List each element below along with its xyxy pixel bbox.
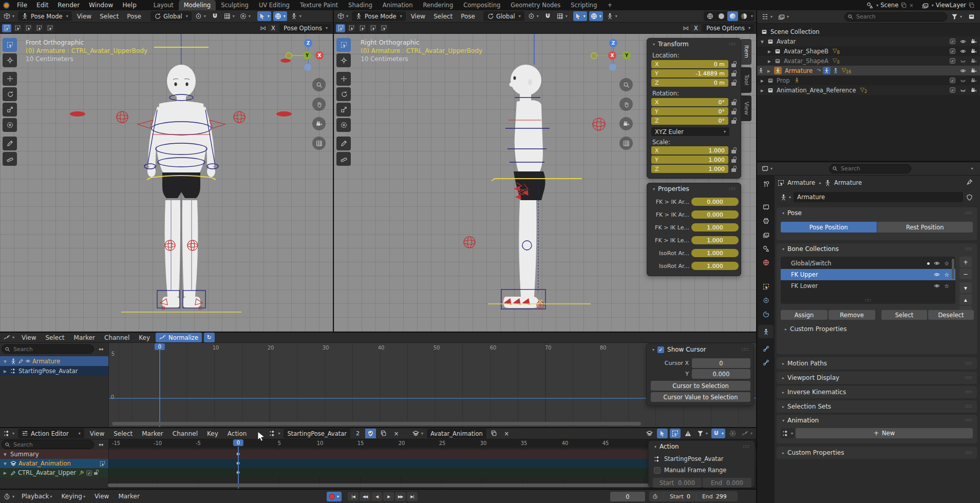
dope-channel-action[interactable]: ▾ Avatar_Animation [0,459,108,468]
dope-search-input[interactable] [2,440,94,449]
lock-icon[interactable] [729,70,738,76]
view-layer-selector[interactable]: ▾ ViewLayer [922,2,975,9]
xray-toggle[interactable]: ▾ [605,11,619,21]
duplicate-action-button[interactable] [378,429,389,438]
start-value[interactable]: 0 [687,493,690,500]
cursor-x-field[interactable]: 0 [692,358,750,368]
scene-selector[interactable]: ▾ Scene × [866,2,913,9]
move-tool[interactable] [336,72,351,86]
outliner-row-prop[interactable]: ▸Prop ✓ [757,75,980,85]
tab-view-layer-icon[interactable] [763,231,769,238]
show-overlays-toggle[interactable]: ▾ [589,11,603,21]
gizmo-z-axis[interactable]: Z [609,39,617,47]
select-menu[interactable]: Select [97,10,122,22]
dope-mode-dropdown[interactable]: Action Editor▾ [18,429,84,438]
fake-user-shield-toggle[interactable] [365,429,376,438]
tab-object-data-icon-active[interactable] [758,325,774,338]
graph-select-menu[interactable]: Select [42,333,68,342]
keying-menu[interactable]: Keying▾ [58,490,89,503]
lock-icon[interactable] [729,157,738,163]
channel-filter-expand[interactable]: ↔ [96,440,106,449]
workspace-tab-geometry-nodes[interactable]: Geometry Nodes [505,0,566,10]
scale-z-field[interactable]: Z1.000 [651,165,728,173]
disable-render-icon[interactable] [971,48,977,54]
lock-icon[interactable] [729,118,738,124]
outliner-row-avatar-shapeb[interactable]: ▸Avatar_ShapeB ▽8 ✓ [757,46,980,56]
manual-frame-range-checkbox[interactable] [654,467,661,474]
exclude-checkbox[interactable]: ✓ [950,87,955,93]
snap-settings[interactable]: ▾ [222,11,236,21]
select-box-tool[interactable] [3,38,17,52]
workspace-tab-sculpting[interactable]: Sculpting [216,0,254,10]
armature-data-icon[interactable] [833,68,839,74]
assign-button[interactable]: Assign [781,310,827,320]
outliner-display-mode[interactable]: ▾ [777,12,790,22]
xray-toggle[interactable]: ▾ [289,11,303,21]
gizmo-x-neg-axis[interactable] [591,52,597,59]
tab-world-icon[interactable] [763,259,769,266]
only-selected-toggle[interactable] [657,429,668,438]
collection-solo-icon[interactable]: ☆ [944,260,949,267]
pose-mode-icon[interactable] [823,67,831,74]
show-cursor-checkbox[interactable]: ✓ [657,346,664,353]
select-mode-invert[interactable] [368,24,378,32]
hide-eye-icon[interactable] [960,38,966,45]
workspace-tab-modeling[interactable]: Modeling [179,0,216,10]
sidebar-tab-item[interactable]: Item [741,39,751,65]
cursor-to-selection-button[interactable]: Cursor to Selection [651,381,750,391]
graph-editor-body[interactable]: 10 20 30 40 50 60 70 80 5 0 0 ↔ ▾ Armatu… [0,343,756,427]
outliner-row-animation-area-reference[interactable]: ▸Animation_Area_Reference ▽2 ✓ [757,85,980,95]
pivot-point-button[interactable]: ▾ [526,11,540,21]
outliner-row-avatar[interactable]: ▾Avatar ✓ [757,36,980,46]
fk-ik-arm-slider[interactable]: 0.000 [691,210,739,219]
remove-collection-button[interactable]: − [959,268,972,279]
collection-row-fk-upper[interactable]: FK Upper ☆ [781,269,955,280]
new-collection-button[interactable] [966,12,977,22]
editor-type-timeline[interactable]: ▾ [2,492,16,501]
measure-tool[interactable] [336,152,351,166]
show-errors-toggle[interactable] [683,429,693,438]
pivot-point-button[interactable]: ▾ [194,11,208,21]
select-mode-new[interactable] [336,24,345,32]
location-z-field[interactable]: Z0 m [651,79,728,87]
transform-orientation[interactable]: Global▾ [483,11,524,21]
workspace-tab-shading[interactable]: Shading [343,0,378,10]
move-collection-up-button[interactable]: ▴ [959,294,972,305]
select-button[interactable]: Select [881,310,927,320]
previous-keyframe-button[interactable]: ◀◀ [360,492,370,501]
lock-icon[interactable] [729,166,738,172]
remove-button[interactable]: Remove [828,310,875,320]
transform-tool[interactable] [3,118,17,132]
channel-filter-expand[interactable]: ↔ [96,344,106,354]
shading-wireframe[interactable] [705,11,715,21]
mode-selector[interactable]: Pose Mode▾ [352,11,406,21]
collection-visible-icon[interactable] [934,272,940,278]
select-box-tool[interactable] [336,38,351,52]
gizmo-x-axis[interactable]: X [315,51,324,60]
transform-tool[interactable] [336,118,351,132]
measure-tool[interactable] [3,152,17,166]
inverse-kinematics-panel[interactable]: ▸Inverse Kinematics∷∷ [777,386,977,398]
tab-output-icon[interactable] [763,218,769,224]
exclude-checkbox[interactable]: ✓ [950,38,955,44]
play-reverse-button[interactable]: ◀ [371,492,382,501]
pose-position-button[interactable]: Pose Position [781,222,877,233]
track-browse-button[interactable]: ▾ [411,429,425,438]
rotation-z-field[interactable]: Z0° [651,117,728,125]
timeline-view-menu[interactable]: View [91,490,112,503]
outliner-filter-button[interactable]: ▾ [950,12,964,22]
pose-menu[interactable]: Pose [458,10,478,22]
add-workspace-button[interactable]: + [602,0,617,10]
hide-eye-icon[interactable] [960,78,966,84]
tab-bone-icon[interactable] [763,345,769,352]
cursor-tool[interactable] [336,53,351,67]
editor-type-dope-sheet[interactable]: ▾ [2,429,16,438]
dope-view-menu[interactable]: View [86,428,108,439]
playback-menu[interactable]: Playback▾ [18,490,56,503]
navigation-gizmo[interactable]: Z X Y [597,39,630,72]
scale-tool[interactable] [3,103,17,117]
dope-channel-summary[interactable]: ▾Summary [0,450,108,459]
disable-render-icon[interactable] [971,58,977,64]
track-name-field[interactable]: Avatar_Animation [427,429,486,438]
cursor-tool[interactable] [3,53,17,67]
